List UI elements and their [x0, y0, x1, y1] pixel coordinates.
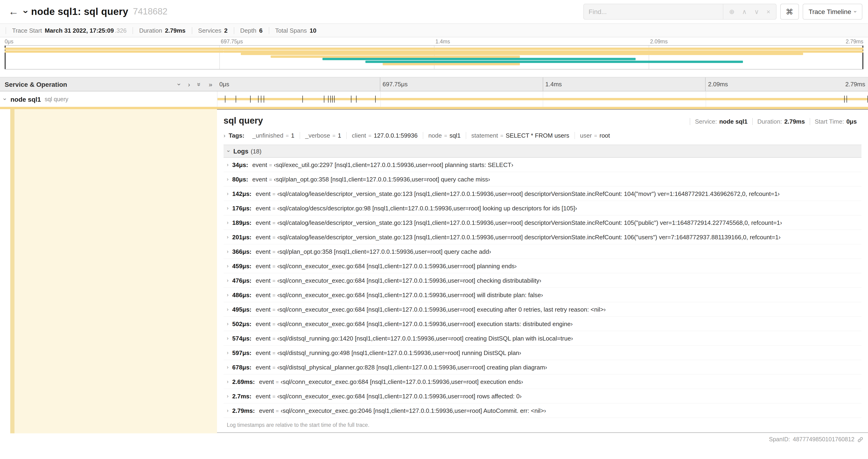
- log-expand-chevron-icon[interactable]: ›: [227, 321, 228, 327]
- tags-expand-chevron-icon[interactable]: ›: [223, 133, 225, 138]
- prev-match-icon[interactable]: ∧: [742, 8, 747, 15]
- find-input[interactable]: [584, 4, 723, 20]
- log-row[interactable]: › 366μs: event=‹sql/plan_opt.go:358 [nsq…: [223, 244, 862, 259]
- span-row-header[interactable]: › node sql1 sql query: [0, 91, 217, 107]
- log-timestamp: 495μs:: [232, 306, 251, 313]
- equals-sign: =: [271, 264, 277, 269]
- tag-item: node = sql1: [423, 132, 466, 139]
- log-field-value: ‹sql/distsql_running.go:1420 [nsql1,clie…: [277, 335, 573, 342]
- tag-value: 1: [291, 132, 294, 139]
- log-field-name: event: [252, 161, 267, 168]
- log-row[interactable]: › 2.79ms: event=‹sql/conn_executor_exec.…: [223, 403, 862, 418]
- log-timestamp: 678μs:: [232, 364, 251, 371]
- tag-key: user: [580, 132, 592, 139]
- log-row[interactable]: › 574μs: event=‹sql/distsql_running.go:1…: [223, 331, 862, 346]
- clear-search-icon[interactable]: ×: [767, 8, 770, 15]
- log-timestamp: 2.7ms:: [232, 393, 251, 400]
- log-row[interactable]: › 2.69ms: event=‹sql/conn_executor_exec.…: [223, 374, 862, 389]
- log-expand-chevron-icon[interactable]: ›: [227, 350, 228, 355]
- log-row[interactable]: › 176μs: event=‹sql/catalog/descs/descri…: [223, 201, 862, 216]
- log-expand-chevron-icon[interactable]: ›: [227, 394, 228, 399]
- expand-one-icon[interactable]: ›: [188, 81, 190, 88]
- zoom-in-icon[interactable]: ⊕: [729, 8, 735, 15]
- collapse-all-icon[interactable]: »: [196, 82, 203, 86]
- collapse-trace-chevron-icon[interactable]: ›: [21, 10, 31, 13]
- minimap-span-bar: [241, 53, 803, 55]
- log-expand-chevron-icon[interactable]: ›: [227, 264, 228, 269]
- logs-collapse-chevron-icon[interactable]: ›: [226, 150, 231, 152]
- log-message: event=‹sql/catalog/lease/descriptor_vers…: [256, 219, 782, 226]
- log-row[interactable]: › 476μs: event=‹sql/conn_executor_exec.g…: [223, 273, 862, 288]
- log-expand-chevron-icon[interactable]: ›: [227, 379, 228, 384]
- log-field-name: event: [256, 393, 271, 400]
- log-field-name: event: [256, 321, 271, 327]
- minimap-span-bar: [382, 63, 520, 65]
- log-expand-chevron-icon[interactable]: ›: [227, 292, 228, 298]
- log-expand-chevron-icon[interactable]: ›: [227, 307, 228, 312]
- log-field-value: ‹sql/catalog/lease/descriptor_version_st…: [277, 219, 782, 226]
- log-event-tick: [264, 96, 265, 103]
- log-row[interactable]: › 2.7ms: event=‹sql/conn_executor_exec.g…: [223, 389, 862, 403]
- detail-title-row: sql query Service: node sql1 Duration: 2…: [223, 116, 862, 126]
- log-field-value: ‹sql/conn_executor_exec.go:684 [nsql1,cl…: [277, 321, 572, 327]
- log-row[interactable]: › 502μs: event=‹sql/conn_executor_exec.g…: [223, 317, 862, 331]
- log-expand-chevron-icon[interactable]: ›: [227, 220, 228, 225]
- log-expand-chevron-icon[interactable]: ›: [227, 408, 228, 413]
- log-timestamp: 201μs:: [232, 234, 251, 241]
- tag-value: SELECT * FROM users: [506, 132, 569, 139]
- log-expand-chevron-icon[interactable]: ›: [227, 162, 228, 167]
- log-expand-chevron-icon[interactable]: ›: [227, 235, 228, 240]
- tags-row[interactable]: › Tags: _unfinished = 1 _verbose = 1: [223, 132, 862, 139]
- log-row[interactable]: › 201μs: event=‹sql/catalog/lease/descri…: [223, 230, 862, 244]
- log-timestamp: 176μs:: [232, 205, 251, 212]
- keyboard-shortcuts-button[interactable]: ⌘: [780, 4, 799, 20]
- log-row[interactable]: › 80μs: event=‹sql/plan_opt.go:358 [nsql…: [223, 172, 862, 187]
- collapse-one-icon[interactable]: ›: [176, 83, 183, 85]
- next-match-icon[interactable]: ∨: [754, 8, 759, 15]
- detail-meta-item: Duration: 2.79ms: [752, 118, 810, 125]
- log-expand-chevron-icon[interactable]: ›: [227, 206, 228, 211]
- trace-view-selector[interactable]: Trace Timeline ›: [802, 4, 862, 20]
- minimap-canvas[interactable]: [5, 45, 863, 69]
- trace-header: ← › node sql1: sql query 7418682 ⊕ ∧ ∨ ×…: [0, 0, 868, 23]
- log-row[interactable]: › 142μs: event=‹sql/catalog/lease/descri…: [223, 187, 862, 201]
- summary-item: Duration 2.79ms: [133, 27, 192, 34]
- equals-sign: =: [267, 162, 274, 168]
- detail-meta-item: Service: node sql1: [690, 118, 752, 125]
- span-duration-bar[interactable]: [217, 98, 868, 100]
- log-field-value: ‹sql/conn_executor_exec.go:684 [nsql1,cl…: [277, 277, 541, 284]
- log-row[interactable]: › 486μs: event=‹sql/conn_executor_exec.g…: [223, 288, 862, 302]
- log-expand-chevron-icon[interactable]: ›: [227, 278, 228, 283]
- log-timestamp: 459μs:: [232, 263, 251, 270]
- log-expand-chevron-icon[interactable]: ›: [227, 191, 228, 196]
- log-event-tick: [331, 96, 331, 103]
- log-row[interactable]: › 34μs: event=‹sql/exec_util.go:2297 [ns…: [223, 158, 862, 172]
- log-message: event=‹sql/distsql_running.go:498 [nsql1…: [256, 349, 521, 356]
- log-row[interactable]: › 495μs: event=‹sql/conn_executor_exec.g…: [223, 302, 862, 317]
- back-button[interactable]: ←: [6, 6, 22, 18]
- logs-count: (18): [251, 147, 261, 155]
- log-event-tick: [250, 96, 251, 103]
- logs-header[interactable]: › Logs (18): [223, 144, 862, 158]
- log-row[interactable]: › 459μs: event=‹sql/conn_executor_exec.g…: [223, 259, 862, 273]
- log-event-tick: [334, 96, 335, 103]
- log-row[interactable]: › 597μs: event=‹sql/distsql_running.go:4…: [223, 346, 862, 360]
- log-expand-chevron-icon[interactable]: ›: [227, 177, 228, 182]
- log-timestamp: 2.79ms:: [232, 407, 255, 414]
- meta-value: node sql1: [719, 118, 747, 125]
- row-collapse-chevron-icon[interactable]: ›: [2, 98, 8, 100]
- expand-all-icon[interactable]: »: [209, 81, 212, 88]
- timeline-ruler: 0μs 697.75μs 1.4ms 2.09ms 2.79ms: [217, 77, 868, 91]
- log-expand-chevron-icon[interactable]: ›: [227, 365, 228, 370]
- log-field-value: ‹sql/plan_opt.go:358 [nsql1,client=127.0…: [277, 248, 491, 255]
- minimap-tick-1: 697.75μs: [219, 39, 243, 44]
- log-row[interactable]: › 678μs: event=‹sql/distsql_physical_pla…: [223, 360, 862, 374]
- log-expand-chevron-icon[interactable]: ›: [227, 249, 228, 254]
- summary-value: 2: [224, 27, 227, 34]
- log-field-value: ‹sql/distsql_running.go:498 [nsql1,clien…: [277, 349, 521, 356]
- log-row[interactable]: › 189μs: event=‹sql/catalog/lease/descri…: [223, 216, 862, 230]
- detail-panel: sql query Service: node sql1 Duration: 2…: [217, 109, 868, 433]
- deep-link-icon[interactable]: [857, 436, 863, 442]
- span-row-track: [217, 91, 868, 107]
- log-expand-chevron-icon[interactable]: ›: [227, 336, 228, 341]
